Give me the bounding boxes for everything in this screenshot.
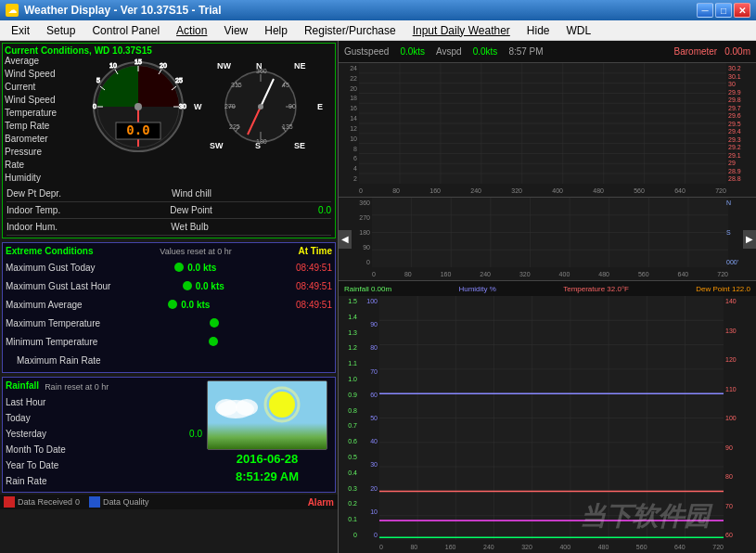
last-hour-row: Last Hour <box>6 394 202 410</box>
temp-x-axis: 0 80 160 240 320 400 480 560 640 720 <box>379 540 724 553</box>
extreme-reset-text: Values reset at 0 hr <box>160 247 231 256</box>
rainfall-panel: Rainfall Rain reset at 0 hr Last Hour To… <box>2 377 336 493</box>
rainfall-reset: Rain reset at 0 hr <box>45 382 109 392</box>
label-current: Current <box>5 82 88 95</box>
min-temp-row: Minimum Temperature <box>6 332 332 351</box>
svg-text:0: 0 <box>93 103 96 109</box>
data-received-legend: Data Received 0 <box>4 496 80 508</box>
wind-speed-chart-area <box>359 63 726 184</box>
compass-gauge: NW N NE W E SW S SE <box>189 56 333 153</box>
month-to-date-row: Month To Date <box>6 442 202 457</box>
app-icon: ☁ <box>6 4 19 17</box>
winddir-chart-area <box>372 198 728 267</box>
minimize-button[interactable]: ─ <box>697 3 713 18</box>
legend-area: Data Received 0 Data Quality Alarm <box>0 495 338 509</box>
rainfall-y-axis: 1.5 1.4 1.3 1.2 1.1 1.0 0.9 0.8 0.7 0.6 … <box>339 296 359 540</box>
title-bar: ☁ Weather Display - Ver 10.37S15 - Trial… <box>0 0 756 20</box>
menu-register[interactable]: Register/Purchase <box>297 22 404 39</box>
wind-speed-svg <box>359 63 726 184</box>
label-pressure: Pressure <box>5 147 88 160</box>
max-avg-indicator <box>168 300 177 309</box>
svg-point-54 <box>236 399 258 416</box>
menu-input-daily[interactable]: Input Daily Weather <box>405 22 518 39</box>
indoor-hum-row: Indoor Hum. Wet Bulb <box>6 219 331 236</box>
menu-bar: Exit Setup Control Panel Action View Hel… <box>0 20 756 41</box>
alarm-label: Alarm <box>308 497 334 508</box>
label-humidity: Humidity <box>5 173 88 186</box>
label-barometer: Barometer <box>5 134 88 147</box>
yesterday-row: Yesterday 0.0 <box>6 426 202 442</box>
menu-control-panel[interactable]: Control Panel <box>84 22 167 39</box>
chart-nav-right[interactable]: ▶ <box>743 230 756 249</box>
wind-x-axis: 0 80 160 240 320 400 480 560 640 720 <box>359 184 726 197</box>
wind-y-axis-right: 30.2 30.1 30 29.9 29.8 29.7 29.6 29.5 29… <box>726 63 756 184</box>
max-rain-rate-row: Maximum Rain Rate <box>6 351 332 369</box>
wind-dir-chart: ◀ 360 270 180 90 0 <box>339 198 756 281</box>
time-display: 8:51:29 AM <box>234 468 301 485</box>
avspd-value: 0.0kts <box>473 46 498 57</box>
extreme-conditions-panel: Extreme Conditions Values reset at 0 hr … <box>2 242 336 373</box>
min-temp-indicator <box>209 337 218 346</box>
avspd-label: Avspd <box>436 46 462 57</box>
humidity-chart-label: Humidity % <box>458 285 495 293</box>
svg-text:90: 90 <box>288 103 296 109</box>
svg-text:SW: SW <box>210 141 224 150</box>
menu-view[interactable]: View <box>216 22 255 39</box>
wind-y-axis-left: 24 22 20 18 16 14 12 10 8 6 4 2 <box>339 63 359 184</box>
max-temp-indicator <box>210 318 219 328</box>
svg-point-48 <box>258 104 263 109</box>
year-to-date-row: Year To Date <box>6 457 202 473</box>
menu-action[interactable]: Action <box>169 22 214 39</box>
maximize-button[interactable]: □ <box>715 3 732 18</box>
right-panel: Gustspeed 0.0kts Avspd 0.0kts 8:57 PM Ba… <box>339 41 756 553</box>
chart-time: 8:57 PM <box>508 46 543 57</box>
temp-humidity-chart: 1.5 1.4 1.3 1.2 1.1 1.0 0.9 0.8 0.7 0.6 … <box>339 296 756 553</box>
svg-text:20: 20 <box>160 62 167 69</box>
gustspeed-label: Gustspeed <box>344 46 389 57</box>
temperature-chart-label: Temperature 32.0°F <box>563 285 629 293</box>
menu-setup[interactable]: Setup <box>39 22 83 39</box>
gust-hour-indicator <box>183 281 192 290</box>
received-label: Data Received <box>18 497 72 507</box>
chart-label-row: Rainfall 0.00m Humidity % Temperature 32… <box>339 281 756 296</box>
main-area: Current Conditions, WD 10.37S15 Average … <box>0 41 756 553</box>
rainfall-chart-label: Rainfall 0.00m <box>344 285 391 293</box>
svg-text:135: 135 <box>282 123 293 130</box>
svg-text:NW: NW <box>217 61 231 71</box>
svg-text:270: 270 <box>224 103 236 109</box>
svg-text:360: 360 <box>256 68 267 74</box>
wind-speed-chart: 24 22 20 18 16 14 12 10 8 6 4 2 <box>339 63 756 198</box>
dewpoint-chart-label: Dew Point 122.0 <box>696 285 750 293</box>
nsew-labels: N S 000' <box>726 198 743 267</box>
barometer-value: 0.00m <box>724 46 750 57</box>
menu-hide[interactable]: Hide <box>519 22 557 39</box>
close-button[interactable]: ✕ <box>734 3 750 18</box>
barometer-label: Barometer <box>674 46 718 57</box>
svg-text:45: 45 <box>282 82 289 88</box>
max-temp-row: Maximum Temperature <box>6 314 332 332</box>
wind-speed-gauge: 0 5 10 15 20 <box>90 56 187 153</box>
date-display: 2016-06-28 <box>235 450 301 468</box>
label-rate: Rate <box>5 160 88 173</box>
temp-chart-area <box>379 296 724 540</box>
temp-y-axis-right: 140 130 120 110 100 90 80 70 60 <box>724 296 756 540</box>
svg-text:SE: SE <box>294 141 305 150</box>
sky-image <box>207 380 327 450</box>
current-conditions-panel: Current Conditions, WD 10.37S15 Average … <box>2 43 336 238</box>
extreme-conditions-title: Extreme Conditions <box>6 246 93 256</box>
svg-text:5: 5 <box>96 77 100 84</box>
label-windspeed1: Wind Speed <box>5 69 88 82</box>
svg-point-53 <box>215 399 237 416</box>
menu-help[interactable]: Help <box>257 22 295 39</box>
chart-nav-left[interactable]: ◀ <box>339 230 352 249</box>
quality-label: Data Quality <box>103 497 149 507</box>
svg-text:225: 225 <box>229 123 240 130</box>
svg-point-17 <box>135 103 142 110</box>
dew-pt-row: Dew Pt Depr. Wind chill <box>6 186 331 202</box>
menu-wdl[interactable]: WDL <box>559 22 599 39</box>
indoor-temp-row: Indoor Temp. Dew Point 0.0 <box>6 202 331 219</box>
svg-point-50 <box>269 392 295 418</box>
svg-text:E: E <box>317 102 323 111</box>
menu-exit[interactable]: Exit <box>4 22 37 39</box>
label-temprate: Temp Rate <box>5 121 88 134</box>
